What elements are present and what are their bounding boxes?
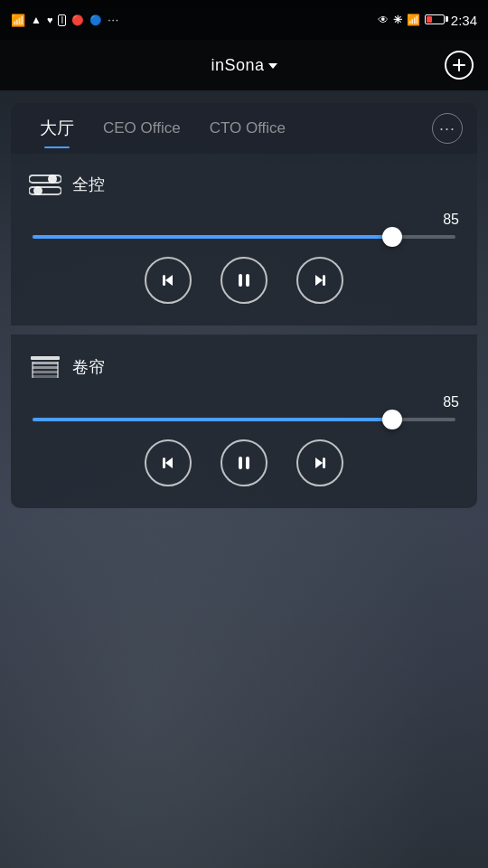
juanlian-slider-track[interactable] xyxy=(33,418,455,421)
status-left-icons: 📶 ▲ ♥ I 🔴 🔵 ··· xyxy=(11,14,119,27)
svg-rect-9 xyxy=(246,274,249,287)
svg-rect-7 xyxy=(163,275,165,286)
app-title: inSona xyxy=(211,56,264,75)
svg-rect-16 xyxy=(33,366,58,369)
quankong-slider-section: 85 xyxy=(29,212,459,239)
chevron-down-icon xyxy=(268,63,277,69)
juanlian-slider-thumb[interactable] xyxy=(382,410,402,429)
card-quankong: 全控 85 xyxy=(11,154,477,326)
juanlian-prev-button[interactable] xyxy=(145,439,192,486)
eye-icon: 👁 xyxy=(378,14,389,26)
wifi-icon: ▲ xyxy=(31,14,42,26)
app-header: inSona xyxy=(0,40,488,90)
juanlian-controls xyxy=(29,439,459,486)
svg-rect-20 xyxy=(163,458,165,468)
main-content: 大厅 CEO Office CTO Office ··· 全控 xyxy=(0,90,488,530)
tab-bar: 大厅 CEO Office CTO Office ··· xyxy=(11,103,477,154)
tab-more-button[interactable]: ··· xyxy=(432,113,463,144)
heart-icon: ♥ xyxy=(47,14,53,25)
svg-marker-23 xyxy=(315,458,323,468)
svg-rect-22 xyxy=(246,457,249,469)
lock-icon: I xyxy=(58,14,66,26)
blind-icon xyxy=(29,354,61,380)
tab-cto[interactable]: CTO Office xyxy=(195,103,300,154)
svg-rect-18 xyxy=(33,375,58,378)
quankong-next-button[interactable] xyxy=(296,257,343,304)
quankong-slider-value: 85 xyxy=(29,212,459,228)
juanlian-next-button[interactable] xyxy=(296,439,343,486)
tab-dating[interactable]: 大厅 xyxy=(25,103,89,154)
app-icon-1: 🔴 xyxy=(71,14,84,26)
dots-icon: ··· xyxy=(108,14,119,26)
svg-rect-11 xyxy=(323,275,325,286)
svg-marker-6 xyxy=(165,275,173,286)
card-quankong-header: 全控 xyxy=(29,172,459,197)
signal-icon: 📶 xyxy=(407,14,420,26)
juanlian-pause-button[interactable] xyxy=(221,439,267,486)
svg-rect-15 xyxy=(33,362,58,364)
app-title-wrap[interactable]: inSona xyxy=(211,56,277,75)
card-juanlian-title: 卷帘 xyxy=(72,356,105,378)
juanlian-slider-section: 85 xyxy=(29,394,459,421)
status-bar: 📶 ▲ ♥ I 🔴 🔵 ··· 👁 ✳ 📶 2:34 xyxy=(0,0,488,40)
juanlian-slider-fill xyxy=(33,418,392,421)
app-icon-2: 🔵 xyxy=(89,14,102,26)
quankong-slider-track[interactable] xyxy=(33,235,455,239)
svg-rect-8 xyxy=(239,274,242,287)
bluetooth-icon: ✳ xyxy=(393,14,402,26)
sim-icon: 📶 xyxy=(11,14,25,27)
quankong-slider-thumb[interactable] xyxy=(382,227,402,247)
svg-marker-10 xyxy=(315,275,323,286)
add-button[interactable] xyxy=(445,51,474,80)
svg-rect-21 xyxy=(239,457,242,469)
svg-rect-17 xyxy=(33,371,58,373)
svg-point-3 xyxy=(48,175,57,184)
svg-point-5 xyxy=(33,186,42,195)
status-time: 2:34 xyxy=(451,13,477,28)
svg-marker-19 xyxy=(165,458,173,468)
quankong-prev-button[interactable] xyxy=(145,257,192,304)
card-quankong-title: 全控 xyxy=(72,174,105,195)
quankong-controls xyxy=(29,257,459,304)
quankong-pause-button[interactable] xyxy=(221,257,267,304)
toggle-icon xyxy=(29,172,61,197)
quankong-slider-fill xyxy=(33,235,392,239)
juanlian-slider-value: 85 xyxy=(29,394,459,410)
card-juanlian-header: 卷帘 xyxy=(29,354,459,380)
svg-rect-24 xyxy=(323,458,325,468)
status-right-icons: 👁 ✳ 📶 2:34 xyxy=(378,13,477,28)
tab-ceo[interactable]: CEO Office xyxy=(89,103,195,154)
battery-indicator xyxy=(425,14,446,27)
card-juanlian: 卷帘 85 xyxy=(11,336,477,508)
svg-rect-12 xyxy=(31,356,60,360)
